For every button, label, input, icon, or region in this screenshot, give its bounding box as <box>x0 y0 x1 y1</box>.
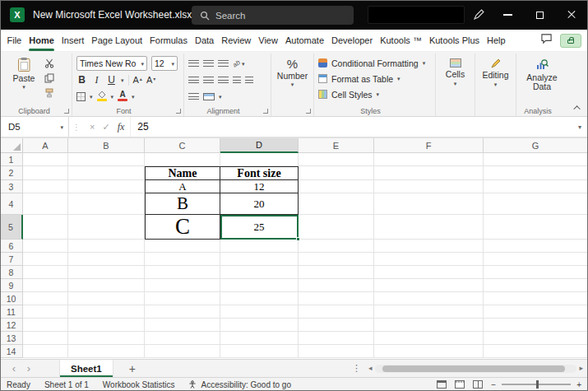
cell-E11[interactable] <box>299 305 374 319</box>
cell-F1[interactable] <box>374 153 484 166</box>
cell-A2[interactable] <box>23 166 68 180</box>
align-middle-icon[interactable] <box>203 60 214 67</box>
scroll-right-icon[interactable]: ▸ <box>579 365 583 372</box>
cell-E8[interactable] <box>299 266 374 279</box>
sheet-tab-sheet1[interactable]: Sheet1 <box>59 360 113 377</box>
font-name-select[interactable]: Times New Ro ▾ <box>76 56 147 71</box>
expand-formula-bar-icon[interactable]: ▾ <box>578 123 588 131</box>
font-dialog-launcher-icon[interactable] <box>176 109 181 114</box>
number-dialog-launcher-icon[interactable] <box>306 109 311 114</box>
row-header-3[interactable]: 3 <box>0 180 23 193</box>
fill-color-button[interactable] <box>97 91 107 101</box>
zoom-in-button[interactable]: + <box>576 380 581 389</box>
row-header-2[interactable]: 2 <box>0 166 23 180</box>
column-header-D[interactable]: D <box>220 138 299 153</box>
row-header-8[interactable]: 8 <box>0 266 23 279</box>
name-box-caret-icon[interactable]: ▾ <box>60 124 63 130</box>
format-as-table-button[interactable]: Format as Table ▾ <box>318 71 431 86</box>
cell-D14[interactable] <box>220 345 299 358</box>
number-format-button[interactable]: % Number ▾ <box>275 55 309 87</box>
underline-button[interactable]: U <box>106 74 117 86</box>
cell-E1[interactable] <box>299 153 374 166</box>
scroll-left-icon[interactable]: ◂ <box>368 365 373 372</box>
cell-F3[interactable] <box>374 180 484 193</box>
grow-font-button[interactable]: A▴ <box>133 75 142 85</box>
cell-F4[interactable] <box>374 193 484 215</box>
shrink-font-button[interactable]: A▾ <box>146 75 155 85</box>
menu-tab-kutools-plus[interactable]: Kutools Plus <box>425 30 483 51</box>
row-header-13[interactable]: 13 <box>0 332 23 345</box>
cell-B12[interactable] <box>68 319 145 332</box>
font-name-caret-icon[interactable]: ▾ <box>141 61 144 67</box>
cell-D6[interactable] <box>220 240 299 253</box>
cell-G3[interactable] <box>484 180 588 193</box>
cell-B5[interactable] <box>68 215 145 240</box>
row-header-5[interactable]: 5 <box>0 215 23 240</box>
cell-A8[interactable] <box>23 266 68 279</box>
menu-tab-insert[interactable]: Insert <box>58 30 88 51</box>
orientation-button[interactable]: ab▾ <box>233 60 244 67</box>
clipboard-dialog-launcher-icon[interactable] <box>64 109 69 114</box>
cell-F6[interactable] <box>374 240 484 253</box>
cell-A11[interactable] <box>23 305 68 319</box>
number-caret-icon[interactable]: ▾ <box>291 81 294 87</box>
menu-tab-kutools[interactable]: Kutools ™ <box>377 30 426 51</box>
cell-E3[interactable] <box>299 180 374 193</box>
insert-function-icon[interactable]: fx <box>118 121 125 133</box>
alignment-dialog-launcher-icon[interactable] <box>263 109 268 114</box>
menu-tab-file[interactable]: File <box>3 30 25 51</box>
cell-F13[interactable] <box>374 332 484 345</box>
align-center-icon[interactable] <box>203 77 214 84</box>
cell-D12[interactable] <box>220 319 299 332</box>
align-top-icon[interactable] <box>188 60 199 67</box>
formula-bar-grip-icon[interactable]: ⋮ <box>69 123 84 132</box>
conditional-formatting-button[interactable]: Conditional Formatting ▾ <box>318 55 431 71</box>
share-button[interactable] <box>560 34 581 48</box>
maximize-button[interactable] <box>524 0 556 30</box>
page-break-view-icon[interactable] <box>473 380 483 389</box>
paste-button[interactable]: Paste ▾ <box>9 55 39 101</box>
scrollbar-thumb[interactable] <box>382 365 564 372</box>
analyze-data-button[interactable]: Analyze Data <box>521 55 563 91</box>
cells-caret-icon[interactable]: ▾ <box>454 81 457 86</box>
merge-center-icon[interactable] <box>203 93 215 100</box>
ink-pen-icon[interactable] <box>470 7 487 22</box>
cell-E2[interactable] <box>299 166 374 180</box>
font-color-caret-icon[interactable]: ▾ <box>132 94 135 100</box>
zoom-out-button[interactable]: − <box>491 380 496 389</box>
italic-button[interactable]: I <box>91 74 102 86</box>
cell-F9[interactable] <box>374 279 484 292</box>
cell-F2[interactable] <box>374 166 484 180</box>
menu-tab-automate[interactable]: Automate <box>281 30 327 51</box>
cell-A5[interactable] <box>23 215 68 240</box>
cell-A10[interactable] <box>23 292 68 305</box>
zoom-slider-thumb[interactable] <box>536 380 539 389</box>
cell-B7[interactable] <box>68 253 145 266</box>
row-header-9[interactable]: 9 <box>0 279 23 292</box>
cell-G12[interactable] <box>484 319 588 332</box>
cell-C9[interactable] <box>145 279 220 292</box>
menu-tab-home[interactable]: Home <box>25 30 58 51</box>
cells-button[interactable]: Cells ▾ <box>440 55 470 86</box>
format-as-table-caret-icon[interactable]: ▾ <box>397 76 400 81</box>
cell-B4[interactable] <box>68 193 145 215</box>
cell-G1[interactable] <box>484 153 588 166</box>
row-header-11[interactable]: 11 <box>0 305 23 319</box>
menu-tab-help[interactable]: Help <box>484 30 510 51</box>
cell-B8[interactable] <box>68 266 145 279</box>
cut-button[interactable] <box>42 57 57 70</box>
column-header-E[interactable]: E <box>299 138 374 153</box>
menu-tab-view[interactable]: View <box>255 30 282 51</box>
font-color-button[interactable]: A <box>118 91 127 101</box>
cell-C2[interactable]: Name <box>145 166 220 180</box>
cell-A9[interactable] <box>23 279 68 292</box>
editing-caret-icon[interactable]: ▾ <box>494 81 498 87</box>
cell-E4[interactable] <box>299 193 374 215</box>
row-header-12[interactable]: 12 <box>0 319 23 332</box>
cell-C14[interactable] <box>145 345 220 358</box>
cell-F11[interactable] <box>374 305 484 319</box>
cell-D2[interactable]: Font size <box>220 166 299 180</box>
cell-A13[interactable] <box>23 332 68 345</box>
cell-C12[interactable] <box>145 319 220 332</box>
conditional-formatting-caret-icon[interactable]: ▾ <box>423 60 426 66</box>
